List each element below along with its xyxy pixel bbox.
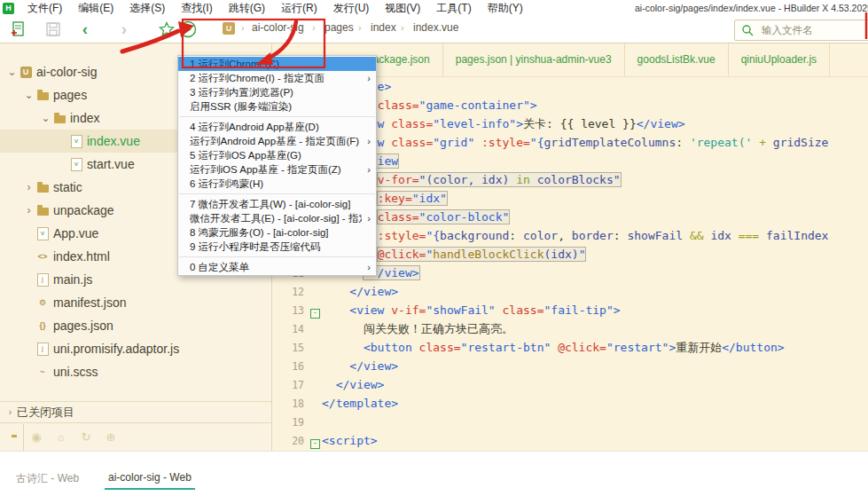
tree-item-uni-scss[interactable]: ~uni.scss	[0, 360, 271, 383]
tree-item-pages-json[interactable]: {}pages.json	[0, 314, 271, 337]
tree-item-label: index	[70, 111, 99, 125]
binoculars-icon[interactable]: ◉	[24, 430, 49, 444]
editor-tab-goodslistbk-vue[interactable]: goodsListBk.vue	[625, 43, 729, 76]
chevron-down-icon[interactable]: ⌄	[22, 89, 35, 101]
editor-tab-pages-json[interactable]: pages.json | yinshua-admin-vue3	[443, 43, 625, 76]
menu-t[interactable]: 工具(T)	[428, 0, 479, 16]
run-menu-item-label: 1 运行到Chrome(C)	[190, 57, 371, 71]
menu-s[interactable]: 选择(S)	[121, 0, 173, 16]
breadcrumb-pages[interactable]: pages	[325, 21, 354, 34]
menu-f[interactable]: 文件(F)	[20, 0, 70, 16]
new-file-icon	[9, 20, 27, 38]
scope-highlight: v-for="(color, idx) in colorBlocks"	[378, 173, 621, 186]
folder-icon	[35, 183, 50, 193]
main-area: ⌄Uai-color-sig⌄pages⌄indexvindex.vuevsta…	[0, 43, 868, 451]
code-text: <script>	[322, 434, 378, 447]
breadcrumb-file[interactable]: index.vue	[413, 21, 458, 34]
editor-tab-label: goodsListBk.vue	[637, 53, 716, 66]
explorer-tab-button[interactable]	[0, 424, 24, 451]
run-menu-item-label: 0 自定义菜单	[190, 260, 362, 274]
active-tab-underline	[105, 488, 195, 490]
menu-bar: H 文件(F)编辑(E)选择(S)查找(I)跳转(G)运行(R)发行(U)视图(…	[0, 0, 868, 17]
window-tab-label: 古诗汇 - Web	[16, 472, 79, 484]
run-menu-item[interactable]: 1 运行到Chrome(C)	[178, 57, 376, 71]
run-menu-item-label: 微信开发者工具(E) - [ai-color-sig] - 指定页面	[190, 211, 362, 225]
back-chevron-icon: ‹	[82, 20, 88, 39]
tree-item-uni-promisify-adaptor-js[interactable]: juni.promisify.adaptor.js	[0, 337, 271, 360]
html-file-icon: <>	[35, 252, 50, 261]
run-menu-item[interactable]: 运行到iOS App基座 - 指定页面(Z)›	[178, 162, 376, 177]
line-number: 14	[272, 320, 309, 339]
file-search-input[interactable]: 输入文件名	[734, 20, 868, 41]
window-tab-gushihui[interactable]: 古诗汇 - Web	[16, 471, 79, 486]
refresh-icon[interactable]: ↻	[74, 430, 98, 444]
run-button[interactable]	[177, 19, 199, 40]
scope-highlight: :key="idx"	[378, 192, 447, 205]
new-file-button[interactable]	[7, 19, 28, 40]
submenu-chevron-icon: ›	[362, 211, 371, 225]
chevron-down-icon[interactable]: ⌄	[5, 66, 19, 78]
run-menu-item[interactable]: 6 运行到鸿蒙(H)	[178, 177, 376, 191]
code-text: <view class="grid" :style="{gridTemplate…	[322, 136, 828, 149]
line-number: 18	[272, 395, 309, 413]
chevron-right-icon[interactable]: ›	[22, 181, 35, 193]
breadcrumb-index[interactable]: index	[371, 21, 396, 34]
menu-g[interactable]: 跳转(G)	[221, 0, 273, 16]
run-menu-item[interactable]: 启用SSR (服务端渲染)	[178, 99, 376, 114]
run-menu-item[interactable]: 运行到Android App基座 - 指定页面(F)›	[178, 134, 376, 148]
bookmark-button[interactable]	[156, 19, 177, 40]
tree-item-label: uni.scss	[53, 365, 98, 379]
submenu-chevron-icon: ›	[362, 71, 371, 85]
run-menu-item[interactable]: 微信开发者工具(E) - [ai-color-sig] - 指定页面›	[178, 211, 376, 225]
run-menu-item-label: 7 微信开发者工具(W) - [ai-color-sig]	[190, 197, 371, 211]
closed-projects-section[interactable]: › 已关闭项目	[0, 401, 271, 422]
globe-icon[interactable]: ⊕	[98, 430, 123, 444]
run-play-icon	[178, 20, 198, 39]
tree-item-label: manifest.json	[53, 295, 126, 310]
menu-v[interactable]: 视图(V)	[377, 0, 428, 16]
forward-chevron-icon: ›	[121, 20, 127, 39]
bottom-window-bar: 古诗汇 - Web ai-color-sig - Web	[0, 451, 868, 496]
menu-i[interactable]: 查找(I)	[173, 0, 220, 16]
tree-item-label: ai-color-sig	[36, 65, 97, 79]
run-menu-item[interactable]: 3 运行到内置浏览器(P)	[178, 85, 376, 99]
breadcrumb-project[interactable]: ai-color-sig	[252, 21, 304, 34]
code-line: 12 </view>	[272, 281, 868, 300]
save-button[interactable]	[43, 19, 64, 40]
run-menu-item[interactable]: 9 运行小程序时是否压缩代码	[178, 240, 376, 254]
run-menu-item[interactable]: 4 运行到Android App基座(D)	[178, 120, 376, 134]
code-text: 闯关失败！正确方块已高亮。	[322, 322, 513, 335]
code-line: 19	[272, 412, 868, 430]
debug-icon[interactable]: ☼	[49, 430, 74, 444]
run-dropdown-menu: 1 运行到Chrome(C)2 运行到Chrome(I) - 指定页面›3 运行…	[177, 55, 377, 276]
menu-bar-items: 文件(F)编辑(E)选择(S)查找(I)跳转(G)运行(R)发行(U)视图(V)…	[20, 0, 531, 16]
breadcrumb-separator: ›	[401, 22, 404, 33]
run-menu-item[interactable]: 7 微信开发者工具(W) - [ai-color-sig]	[178, 197, 376, 211]
chevron-right-icon[interactable]: ›	[22, 204, 35, 217]
line-number: 20	[272, 432, 309, 451]
menu-y[interactable]: 帮助(Y)	[480, 0, 531, 16]
tree-item-manifest-json[interactable]: ⚙manifest.json	[0, 291, 271, 314]
run-menu-item[interactable]: 5 运行到iOS App基座(G)	[178, 148, 376, 162]
chevron-right-icon: ›	[4, 407, 17, 417]
fold-toggle-icon[interactable]: -	[309, 431, 322, 450]
code-text: <view v-if="showFail" class="fail-tip">	[322, 303, 621, 317]
run-menu-item-label: 运行到iOS App基座 - 指定页面(Z)	[190, 162, 362, 177]
editor-tab-qiniuuploader-js[interactable]: qiniuUploader.js	[729, 43, 830, 76]
back-button[interactable]: ‹	[74, 19, 96, 40]
tree-item-label: start.vue	[87, 157, 135, 171]
menu-u[interactable]: 发行(U)	[325, 0, 378, 16]
forward-button[interactable]: ›	[113, 19, 135, 40]
code-text: </template>	[322, 397, 398, 410]
run-menu-item[interactable]: 8 鸿蒙元服务(O) - [ai-color-sig]	[178, 225, 376, 240]
sidebar-toolbar: ◉ ☼ ↻ ⊕	[0, 422, 271, 451]
chevron-down-icon[interactable]: ⌄	[39, 112, 52, 124]
menu-e[interactable]: 编辑(E)	[70, 0, 121, 16]
run-menu-item[interactable]: 2 运行到Chrome(I) - 指定页面›	[178, 71, 376, 85]
run-menu-item[interactable]: 0 自定义菜单›	[178, 260, 376, 274]
window-tab-ai-color-sig[interactable]: ai-color-sig - Web	[108, 471, 192, 484]
code-line: 17 </view>	[272, 374, 868, 393]
menu-r[interactable]: 运行(R)	[273, 0, 325, 16]
vue-file-icon: v	[69, 135, 83, 148]
fold-toggle-icon[interactable]: -	[309, 301, 322, 319]
